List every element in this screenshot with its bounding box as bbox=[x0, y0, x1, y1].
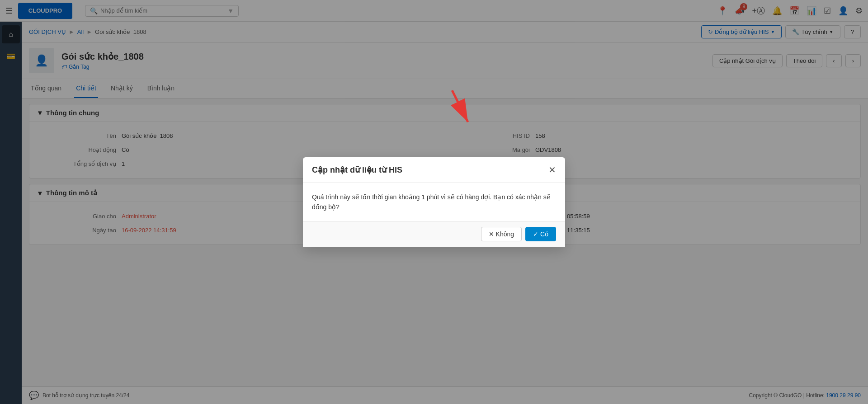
cancel-label: Không bbox=[496, 230, 514, 238]
arrow-container bbox=[443, 86, 479, 132]
cancel-btn[interactable]: ✕ Không bbox=[481, 227, 522, 241]
confirm-icon: ✓ bbox=[533, 230, 538, 238]
modal: Cập nhật dữ liệu từ HIS ✕ Quá trình này … bbox=[303, 157, 565, 247]
confirm-btn[interactable]: ✓ Có bbox=[525, 227, 556, 241]
red-arrow-svg bbox=[443, 86, 479, 131]
modal-footer: ✕ Không ✓ Có bbox=[303, 221, 565, 247]
modal-body-text: Quá trình này sẽ tốn thời gian khoảng 1 … bbox=[312, 193, 551, 211]
svg-line-1 bbox=[452, 90, 468, 122]
modal-header: Cập nhật dữ liệu từ HIS ✕ bbox=[303, 157, 565, 183]
modal-title: Cập nhật dữ liệu từ HIS bbox=[312, 165, 402, 175]
cancel-icon: ✕ bbox=[489, 230, 494, 238]
modal-close-btn[interactable]: ✕ bbox=[548, 164, 556, 175]
confirm-label: Có bbox=[540, 230, 548, 238]
modal-overlay: Cập nhật dữ liệu từ HIS ✕ Quá trình này … bbox=[0, 0, 868, 404]
modal-body: Quá trình này sẽ tốn thời gian khoảng 1 … bbox=[303, 183, 565, 221]
